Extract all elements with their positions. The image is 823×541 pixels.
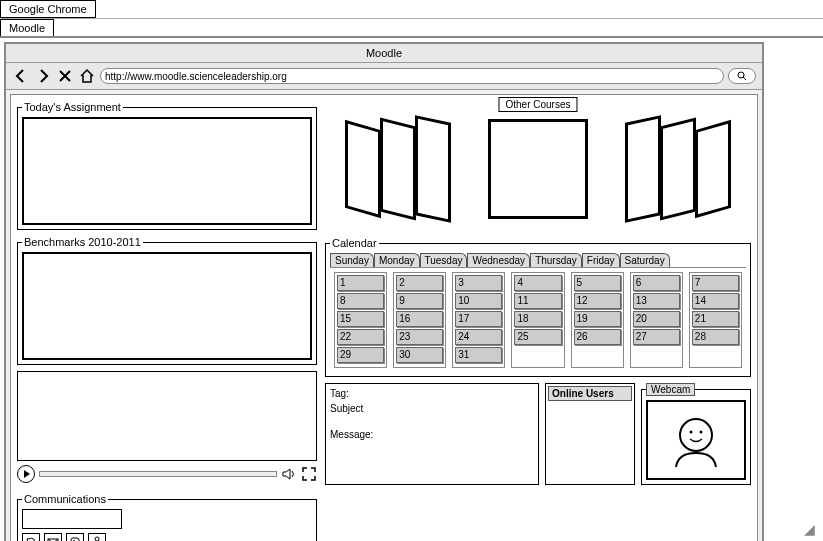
coverflow-item[interactable] [660,118,696,221]
calendar-cell [514,347,561,363]
svg-point-7 [680,419,712,451]
communications-panel: Communications [17,493,317,541]
coverflow-item[interactable] [380,118,416,221]
calendar-day-tab[interactable]: Friday [582,253,620,267]
calendar-cell[interactable]: 21 [692,311,739,327]
assignment-panel: Today's Assignment [17,101,317,230]
calendar-cell[interactable]: 26 [574,329,621,345]
volume-icon[interactable] [281,466,297,482]
coverflow-item-center[interactable] [488,119,588,219]
calendar-cell[interactable]: 15 [337,311,384,327]
assignment-label: Today's Assignment [22,101,123,113]
url-input[interactable] [100,68,724,84]
calendar-cell[interactable]: 29 [337,347,384,363]
calendar-cell[interactable]: 20 [633,311,680,327]
calendar-day-tab[interactable]: Tuesday [420,253,468,267]
calendar-cell[interactable]: 4 [514,275,561,291]
webcam-avatar [666,409,726,471]
calendar-cell[interactable]: 23 [396,329,443,345]
browser-toolbar [6,63,762,90]
calendar-cell[interactable]: 28 [692,329,739,345]
calendar-cell[interactable]: 11 [514,293,561,309]
calendar-cell[interactable]: 8 [337,293,384,309]
coverflow-item[interactable] [625,115,661,223]
calendar-day-tab[interactable]: Sunday [330,253,374,267]
play-button[interactable] [17,465,35,483]
calendar-cell[interactable]: 25 [514,329,561,345]
calendar-cell[interactable]: 18 [514,311,561,327]
calendar-cell[interactable]: 2 [396,275,443,291]
browser-window: Moodle Today's Assignment Benchmarks [4,42,764,541]
calendar-cell[interactable]: 10 [455,293,502,309]
calendar-cell[interactable]: 7 [692,275,739,291]
resize-handle-icon[interactable]: ◢ [804,521,815,537]
progress-bar[interactable] [39,471,277,477]
tag-label: Tag: [330,388,534,399]
calendar-cell[interactable]: 12 [574,293,621,309]
tag-message-panel: Tag: Subject Message: [325,383,539,485]
media-player[interactable] [17,371,317,461]
home-button[interactable] [78,67,96,85]
online-users-panel: Online Users [545,383,635,485]
online-users-header: Online Users [548,386,632,401]
calendar-cell[interactable]: 22 [337,329,384,345]
calendar-cell[interactable]: 16 [396,311,443,327]
calendar-cell[interactable]: 31 [455,347,502,363]
calendar-cell [633,347,680,363]
other-courses-label: Other Courses [498,97,577,112]
window-title: Moodle [6,44,762,63]
coverflow-item[interactable] [695,120,731,218]
coverflow-carousel[interactable]: Other Courses [325,101,751,231]
svg-point-6 [95,537,99,541]
calendar-label: Calendar [330,237,379,249]
calendar-cell[interactable]: 6 [633,275,680,291]
svg-point-8 [690,431,693,434]
webcam-panel: Webcam [641,383,751,485]
twitter-icon[interactable] [22,533,40,541]
calendar-day-tab[interactable]: Thursday [530,253,582,267]
calendar-day-tab[interactable]: Saturday [620,253,670,267]
calendar-cell[interactable]: 24 [455,329,502,345]
calendar-cell[interactable]: 27 [633,329,680,345]
calendar-cell [692,347,739,363]
calendar-cell [574,347,621,363]
svg-line-1 [743,77,746,80]
calendar-cell[interactable]: 5 [574,275,621,291]
calendar-cell[interactable]: 9 [396,293,443,309]
search-button[interactable] [728,68,756,84]
coverflow-item[interactable] [415,115,451,223]
message-label: Message: [330,429,534,440]
app-tab-chrome[interactable]: Google Chrome [0,0,96,18]
fullscreen-icon[interactable] [301,466,317,482]
calendar-day-tab[interactable]: Monday [374,253,420,267]
mail-icon[interactable] [44,533,62,541]
calendar-cell[interactable]: 30 [396,347,443,363]
calendar-day-tab[interactable]: Wednesday [467,253,530,267]
svg-point-9 [700,431,703,434]
calendar-panel: Calendar SundayMondayTuesdayWednesdayThu… [325,237,751,377]
stop-button[interactable] [56,67,74,85]
calendar-cell[interactable]: 3 [455,275,502,291]
communications-label: Communications [22,493,108,505]
calendar-cell[interactable]: 17 [455,311,502,327]
coverflow-item[interactable] [345,120,381,218]
blogger-icon[interactable] [66,533,84,541]
forward-button[interactable] [34,67,52,85]
calendar-cell[interactable]: 1 [337,275,384,291]
calendar-cell[interactable]: 14 [692,293,739,309]
calendar-cell[interactable]: 19 [574,311,621,327]
person-icon[interactable] [88,533,106,541]
calendar-cell[interactable]: 13 [633,293,680,309]
back-button[interactable] [12,67,30,85]
app-tab-moodle[interactable]: Moodle [0,19,54,36]
webcam-label: Webcam [646,383,695,396]
benchmarks-panel: Benchmarks 2010-2011 [17,236,317,365]
subject-label: Subject [330,403,534,414]
benchmarks-label: Benchmarks 2010-2011 [22,236,143,248]
